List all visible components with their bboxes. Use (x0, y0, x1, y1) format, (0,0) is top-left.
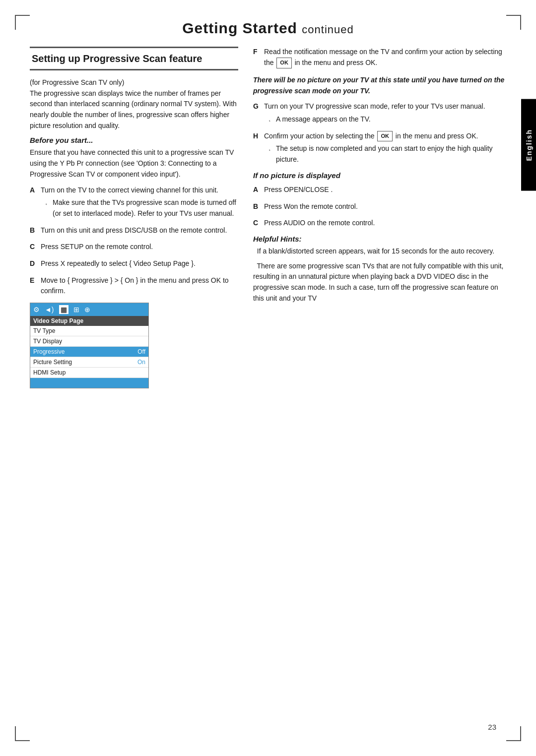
if-no-step-b-letter: B (253, 201, 264, 212)
step-g-sub: ˛ A message appears on the TV. (264, 114, 506, 125)
step-c-letter: C (30, 242, 41, 252)
ok-button-h: OK (377, 131, 393, 141)
step-b-letter: B (30, 225, 41, 236)
step-a-sub-text: Make sure that the TVs progressive scan … (53, 197, 238, 219)
menu-icon-video-active: ▦ (59, 305, 68, 314)
helpful-hints-heading: Helpful Hints: (253, 235, 506, 243)
menu-row-picturesetting: Picture Setting On (30, 357, 148, 368)
if-no-step-a-letter: A (253, 185, 264, 195)
step-b: B Turn on this unit and press DISC/USB o… (30, 225, 238, 236)
sub-bullet: ˛ (46, 197, 53, 219)
helpful-hints-text2: There are some progressive scan TVs that… (253, 261, 506, 304)
step-c-content: Press SETUP on the remote control. (41, 242, 238, 252)
if-no-step-b-content: Press Won the remote control. (264, 201, 506, 212)
step-h-letter: H (253, 131, 264, 165)
menu-icon-photo: ⊞ (73, 306, 79, 314)
section-heading: Setting up Progressive Scan feature (30, 47, 238, 70)
step-g-letter: G (253, 101, 264, 125)
notice-text: There will be no picture on your TV at t… (253, 74, 506, 97)
step-a: A Turn on the TV to the correct viewing … (30, 185, 238, 219)
if-no-step-c-content: Press AUDIO on the remote control. (264, 218, 506, 229)
if-no-step-c-letter: C (253, 218, 264, 229)
step-g-content: Turn on your TV progressive scan mode, r… (264, 101, 506, 125)
menu-row-progressive-label: Progressive (33, 348, 137, 355)
menu-row-progressive: Progressive Off (30, 347, 148, 357)
menu-row-tvdisplay: TV Display (30, 336, 148, 347)
intro-text: (for Progressive Scan TV only) The progr… (30, 77, 238, 131)
step-h-sub: ˛ The setup is now completed and you can… (264, 143, 506, 165)
menu-row-progressive-value: Off (137, 348, 145, 355)
step-a-letter: A (30, 185, 41, 219)
step-e-letter: E (30, 275, 41, 297)
if-no-step-c: C Press AUDIO on the remote control. (253, 218, 506, 229)
step-f: F Read the notification message on the T… (253, 47, 506, 68)
step-g: G Turn on your TV progressive scan mode,… (253, 101, 506, 125)
if-no-step-a-content: Press OPEN/CLOSE . (264, 185, 506, 195)
sub-bullet-g: ˛ (269, 114, 276, 125)
step-b-content: Turn on this unit and press DISC/USB on … (41, 225, 238, 236)
before-start-label: Before you start... (30, 136, 238, 144)
helpful-hints-text1: If a blank/distorted screen appears, wai… (253, 246, 506, 257)
sub-bullet-h: ˛ (269, 143, 276, 165)
menu-row-picturesetting-label: Picture Setting (33, 359, 137, 366)
menu-body: Video Setup Page TV Type TV Display Prog… (30, 316, 148, 388)
if-no-step-a: A Press OPEN/CLOSE . (253, 185, 506, 195)
step-a-sub: ˛ Make sure that the TVs progressive sca… (41, 197, 238, 219)
step-d: D Press X repeatedly to select { Video S… (30, 258, 238, 269)
menu-icon-settings: ⚙ (33, 306, 40, 314)
if-no-picture-heading: If no picture is displayed (253, 171, 506, 180)
menu-screenshot: ⚙ ◄) ▦ ⊞ ⊕ Video Setup Page TV Type TV D… (30, 303, 149, 388)
menu-row-hdmi-label: HDMI Setup (33, 369, 145, 376)
menu-icon-more: ⊕ (84, 306, 90, 314)
step-e: E Move to { Progressive } > { On } in th… (30, 275, 238, 297)
step-d-content: Press X repeatedly to select { Video Set… (41, 258, 238, 269)
menu-icon-audio: ◄) (45, 306, 54, 314)
step-e-content: Move to { Progressive } > { On } in the … (41, 275, 238, 297)
ok-button-f: OK (276, 58, 292, 68)
title-text: Getting Started (182, 20, 297, 36)
left-column: Setting up Progressive Scan feature (for… (30, 47, 238, 388)
menu-row-tvtype-label: TV Type (33, 327, 145, 334)
step-h-sub-text: The setup is now completed and you can s… (276, 143, 506, 165)
step-a-content: Turn on the TV to the correct viewing ch… (41, 185, 238, 219)
if-no-step-b: B Press Won the remote control. (253, 201, 506, 212)
menu-toolbar: ⚙ ◄) ▦ ⊞ ⊕ (30, 303, 148, 316)
menu-row-hdmi: HDMI Setup (30, 368, 148, 378)
page-title: Getting Started continued (30, 20, 506, 37)
step-c: C Press SETUP on the remote control. (30, 242, 238, 252)
title-continued: continued (302, 23, 353, 36)
menu-header-row: Video Setup Page (30, 316, 148, 326)
step-g-sub-text: A message appears on the TV. (276, 114, 371, 125)
menu-row-tvdisplay-label: TV Display (33, 338, 145, 345)
step-h: H Confirm your action by selecting the O… (253, 131, 506, 165)
before-start-text: Ensure that you have connected this unit… (30, 147, 238, 180)
step-f-letter: F (253, 47, 264, 68)
step-f-content: Read the notification message on the TV … (264, 47, 506, 68)
menu-row-tvtype: TV Type (30, 326, 148, 336)
menu-row-picturesetting-value: On (137, 359, 145, 366)
step-d-letter: D (30, 258, 41, 269)
step-h-content: Confirm your action by selecting the OK … (264, 131, 506, 165)
right-column: F Read the notification message on the T… (253, 47, 506, 388)
